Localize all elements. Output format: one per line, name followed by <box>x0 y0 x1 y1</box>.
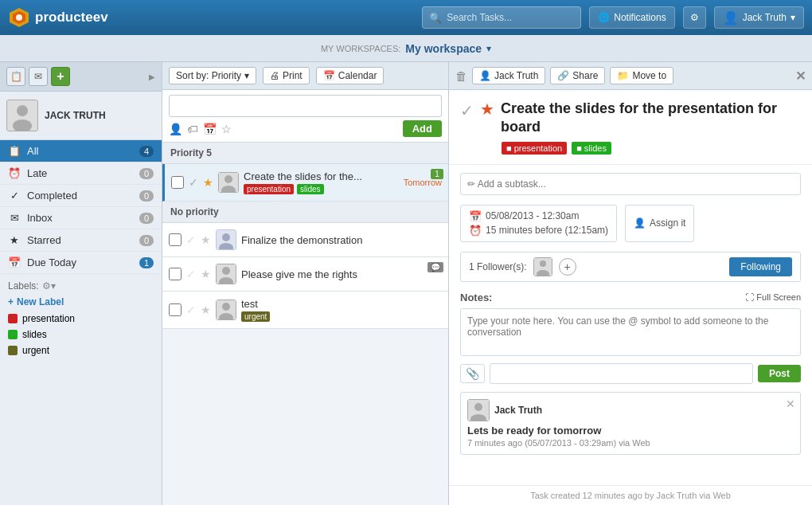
subtask-input[interactable] <box>460 173 801 195</box>
calendar-meta-icon: 📅 <box>469 210 482 222</box>
assign-task-icon[interactable]: 👤 <box>169 123 182 135</box>
task-check-icon[interactable]: ✓ <box>186 303 196 316</box>
task-title: Finalize the demonstration <box>241 234 442 246</box>
workspace-prefix: MY WORKSPACES: <box>321 44 400 53</box>
task-star-icon[interactable]: ★ <box>201 303 211 316</box>
starred-icon: ★ <box>8 234 21 246</box>
user-menu-button[interactable]: 👤 Jack Truth ▾ <box>714 6 804 29</box>
commenter-avatar <box>467 399 490 421</box>
sidebar-item-inbox[interactable]: ✉ Inbox 0 <box>0 207 162 229</box>
sort-button[interactable]: Sort by: Priority ▾ <box>169 67 256 84</box>
share-button[interactable]: 🔗 Share <box>550 67 605 84</box>
assign-card[interactable]: 👤 Assign it <box>625 205 694 242</box>
workspace-bar: MY WORKSPACES: My workspace ▾ <box>0 35 812 62</box>
new-task-input[interactable] <box>169 95 442 117</box>
detail-title-row: ✓ ★ Create the slides for the presentati… <box>460 100 801 137</box>
label-item-presentation[interactable]: presentation <box>8 311 154 327</box>
detail-label-presentation[interactable]: ■ presentation <box>502 142 567 155</box>
sidebar-item-starred[interactable]: ★ Starred 0 <box>0 229 162 252</box>
fullscreen-button[interactable]: ⛶ Full Screen <box>745 292 801 302</box>
notes-text-input[interactable] <box>490 363 753 384</box>
svg-point-4 <box>17 105 28 116</box>
sidebar-item-late[interactable]: ⏰ Late 0 <box>0 162 162 185</box>
sort-caret-icon: ▾ <box>244 70 249 81</box>
add-icon-button[interactable]: + <box>51 67 70 86</box>
sidebar-item-due-today[interactable]: 📅 Due Today 1 <box>0 252 162 274</box>
add-follower-button[interactable]: + <box>559 258 576 276</box>
comment-header: Jack Truth <box>467 399 794 421</box>
task-star-icon[interactable]: ★ <box>201 233 211 246</box>
comment-time: 7 minutes ago (05/07/2013 - 03:29am) via… <box>467 438 794 448</box>
task-assignee-avatar <box>216 229 236 250</box>
tasks-icon-button[interactable]: 📋 <box>6 67 25 86</box>
late-badge: 0 <box>139 168 154 179</box>
sidebar-item-late-label: Late <box>27 167 47 179</box>
task-checkbox[interactable] <box>169 233 182 246</box>
settings-button[interactable]: ⚙ <box>683 6 706 29</box>
app-header: producteev 🔍 Search Tasks... 🌐 Notificat… <box>0 0 812 35</box>
task-title: Please give me the rights <box>241 268 442 280</box>
task-star-icon[interactable]: ★ <box>203 176 213 189</box>
notifications-button[interactable]: 🌐 Notifications <box>589 6 674 29</box>
task-item[interactable]: ✓ ★ Please give me the rights 💬 <box>162 257 448 292</box>
task-content: Please give me the rights <box>241 268 442 280</box>
sidebar-collapse-icon[interactable]: ▶ <box>149 72 155 81</box>
task-reminder[interactable]: 15 minutes before (12:15am) <box>486 225 608 236</box>
print-button[interactable]: 🖨 Print <box>263 67 310 84</box>
sort-label: Sort by: Priority <box>176 70 241 81</box>
sidebar-item-completed[interactable]: ✓ Completed 0 <box>0 185 162 207</box>
inbox-badge: 0 <box>139 213 154 224</box>
following-button[interactable]: Following <box>729 257 792 276</box>
task-item[interactable]: ✓ ★ Finalize the demonstration <box>162 223 448 257</box>
logo[interactable]: producteev <box>8 6 108 29</box>
delete-icon[interactable]: 🗑 <box>455 69 467 83</box>
workspace-caret-icon[interactable]: ▾ <box>486 43 491 54</box>
task-check-icon[interactable]: ✓ <box>186 268 196 280</box>
notes-label: Notes: <box>460 292 492 303</box>
new-task-bar: 👤 🏷 📅 ☆ Add <box>162 90 448 143</box>
assignee-button[interactable]: 👤 Jack Truth <box>472 67 545 84</box>
task-checkbox[interactable] <box>169 268 182 280</box>
star-task-icon[interactable]: ☆ <box>221 123 232 135</box>
detail-label-slides[interactable]: ■ slides <box>572 142 611 155</box>
notes-input[interactable] <box>460 308 801 356</box>
followers-row: 1 Follower(s): + Following <box>460 252 801 282</box>
task-check-icon[interactable]: ✓ <box>186 233 196 246</box>
assign-icon: 👤 <box>634 217 646 229</box>
post-button[interactable]: Post <box>758 365 801 382</box>
sidebar-item-all-label: All <box>27 145 38 157</box>
comment-close-button[interactable]: ✕ <box>786 397 795 410</box>
search-bar[interactable]: 🔍 Search Tasks... <box>422 6 581 29</box>
tag-task-icon[interactable]: 🏷 <box>187 123 198 135</box>
detail-check-icon[interactable]: ✓ <box>460 101 474 120</box>
task-date[interactable]: 05/08/2013 - 12:30am <box>486 210 579 221</box>
date-card: 📅 05/08/2013 - 12:30am ⏰ 15 minutes befo… <box>460 205 617 242</box>
assign-label: Assign it <box>650 217 685 229</box>
detail-meta: 📅 05/08/2013 - 12:30am ⏰ 15 minutes befo… <box>460 205 801 242</box>
label-dot-icon: ■ <box>576 143 582 153</box>
task-checkbox[interactable] <box>171 176 184 189</box>
label-item-slides[interactable]: slides <box>8 327 154 343</box>
task-checkbox[interactable] <box>169 303 182 316</box>
close-button[interactable]: ✕ <box>795 69 806 84</box>
sidebar-item-all[interactable]: 📋 All 4 <box>0 140 162 162</box>
task-check-icon[interactable]: ✓ <box>189 176 198 189</box>
detail-title-section: ✓ ★ Create the slides for the presentati… <box>449 90 812 165</box>
workspace-name[interactable]: My workspace <box>405 42 482 55</box>
attach-button[interactable]: 📎 <box>460 364 485 383</box>
mail-icon-button[interactable]: ✉ <box>29 67 48 86</box>
date-task-icon[interactable]: 📅 <box>203 123 217 135</box>
detail-star-icon[interactable]: ★ <box>480 100 494 119</box>
label-item-urgent[interactable]: urgent <box>8 343 154 358</box>
add-task-button[interactable]: Add <box>403 120 442 137</box>
task-item[interactable]: ✓ ★ Create the slides for the... present… <box>162 164 448 202</box>
task-item[interactable]: ✓ ★ test urgent <box>162 292 448 329</box>
app-name: producteev <box>35 10 108 25</box>
calendar-button[interactable]: 📅 Calendar <box>316 67 385 84</box>
new-label-button[interactable]: + New Label <box>8 296 154 307</box>
task-star-icon[interactable]: ★ <box>201 268 211 280</box>
move-to-button[interactable]: 📁 Move to <box>610 67 673 84</box>
due-today-icon: 📅 <box>8 256 21 268</box>
task-footer: Task created 12 minutes ago by Jack Trut… <box>449 485 812 505</box>
labels-gear-icon[interactable]: ⚙▾ <box>42 280 56 292</box>
